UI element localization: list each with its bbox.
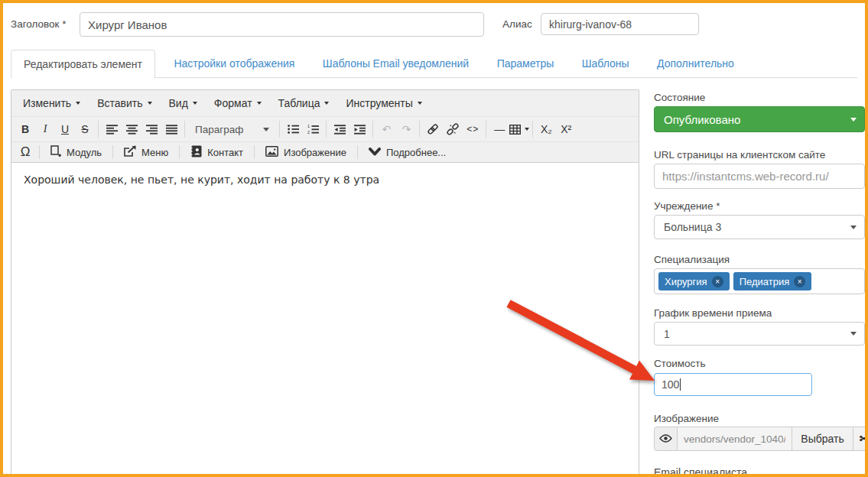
toolbar-separator <box>357 145 358 159</box>
source-code-icon[interactable]: <> <box>463 120 483 138</box>
undo-icon[interactable]: ↶ <box>376 120 396 138</box>
menu-insert[interactable]: Вставить <box>89 90 160 116</box>
toolbar-separator <box>486 121 486 138</box>
editor-toolbar-1: B I U S Параграф 12 ↶ ↷ <> — <box>11 117 639 142</box>
remove-link-icon[interactable] <box>443 120 463 138</box>
strikethrough-icon[interactable]: S <box>75 120 95 138</box>
insert-contact-button[interactable]: Контакт <box>184 144 250 161</box>
specialization-label: Специализация <box>654 254 730 265</box>
institution-label: Учреждение * <box>654 200 720 212</box>
chevron-down-icon <box>850 118 857 122</box>
read-more-chevron-icon <box>369 147 381 158</box>
clear-image-button[interactable]: ✂ <box>853 427 868 451</box>
tab-email-templates[interactable]: Шаблоны Email уведомлений <box>310 50 481 77</box>
editor-menubar: Изменить Вставить Вид Формат Таблица Инс… <box>11 90 639 117</box>
image-icon <box>265 146 278 159</box>
redo-icon[interactable]: ↷ <box>396 120 416 138</box>
toolbar-separator <box>254 145 255 159</box>
toolbar-separator <box>39 145 40 159</box>
tab-additional[interactable]: Дополнительно <box>645 50 746 77</box>
toolbar-separator <box>279 121 280 138</box>
menu-edit[interactable]: Изменить <box>15 90 89 116</box>
outdent-icon[interactable] <box>330 120 349 138</box>
menu-export-icon <box>124 145 136 159</box>
chevron-down-icon <box>257 102 262 105</box>
insert-link-icon[interactable] <box>423 120 443 138</box>
module-icon <box>50 145 61 160</box>
menu-view[interactable]: Вид <box>161 90 206 116</box>
toolbar-separator <box>98 121 99 138</box>
read-more-button[interactable]: Подробнее... <box>362 144 453 161</box>
image-field-group: Выбрать ✂ <box>654 427 868 451</box>
svg-text:2: 2 <box>307 130 310 135</box>
numbered-list-icon[interactable]: 12 <box>303 120 323 138</box>
chevron-down-icon <box>148 102 152 105</box>
item-fields-sidebar: Состояние Опубликовано URL страницы на к… <box>654 89 865 477</box>
institution-select[interactable]: Больница 3 <box>654 215 865 239</box>
special-character-icon[interactable]: Ω <box>15 143 35 161</box>
toolbar-separator <box>326 121 327 138</box>
chevron-down-icon <box>76 102 80 105</box>
tab-display-settings[interactable]: Настройки отображения <box>161 50 307 77</box>
schedule-select[interactable]: 1 <box>654 322 865 346</box>
choose-image-button[interactable]: Выбрать <box>792 427 853 451</box>
indent-icon[interactable] <box>349 120 369 138</box>
chevron-down-icon <box>525 128 529 131</box>
insert-menu-button[interactable]: Меню <box>117 144 175 161</box>
insert-image-button[interactable]: Изображение <box>258 144 353 161</box>
align-center-icon[interactable] <box>122 120 141 138</box>
tag-pediatriya: Педиатрия × <box>733 272 812 290</box>
editor-content-area[interactable]: Хороший человек, не пьет, не курит, ходи… <box>11 163 639 476</box>
bold-icon[interactable]: B <box>15 120 35 138</box>
scissors-icon: ✂ <box>860 432 868 446</box>
chevron-down-icon <box>324 102 329 105</box>
horizontal-rule-icon[interactable]: — <box>489 120 509 138</box>
site-url-input[interactable] <box>654 164 865 189</box>
menu-format[interactable]: Формат <box>206 90 270 116</box>
title-input[interactable] <box>80 12 484 37</box>
toolbar-separator <box>112 145 113 159</box>
url-label: URL страницы на клиентском сайте <box>654 149 825 161</box>
tab-edit-item[interactable]: Редактировать элемент <box>11 50 155 79</box>
subscript-icon[interactable]: X₂ <box>536 120 556 138</box>
menu-tools[interactable]: Инструменты <box>337 90 430 116</box>
remove-tag-icon[interactable]: × <box>712 276 723 287</box>
text-cursor <box>680 378 681 391</box>
editor-paragraph: Хороший человек, не пьет, не курит, ходи… <box>24 174 626 186</box>
wysiwyg-editor: Изменить Вставить Вид Формат Таблица Инс… <box>11 89 639 476</box>
align-justify-icon[interactable] <box>161 120 181 138</box>
price-label: Стоимость <box>654 358 706 369</box>
alias-input[interactable] <box>541 13 699 35</box>
state-select[interactable]: Опубликовано <box>654 106 865 132</box>
superscript-icon[interactable]: X² <box>556 120 576 138</box>
insert-module-button[interactable]: Модуль <box>44 144 109 161</box>
chevron-down-icon <box>418 102 422 105</box>
contact-icon <box>190 145 202 160</box>
chevron-down-icon <box>263 128 269 131</box>
image-path-input[interactable] <box>678 427 792 451</box>
menu-table[interactable]: Таблица <box>270 90 338 116</box>
tab-parameters[interactable]: Параметры <box>485 50 567 77</box>
preview-image-button[interactable] <box>654 427 678 451</box>
underline-icon[interactable]: U <box>55 120 75 138</box>
screenshot-frame: Заголовок * Алиас Редактировать элемент … <box>0 0 868 477</box>
tab-templates[interactable]: Шаблоны <box>570 50 642 77</box>
svg-text:1: 1 <box>307 125 310 128</box>
bullet-list-icon[interactable] <box>283 120 303 138</box>
paragraph-format-select[interactable]: Параграф <box>188 124 276 135</box>
price-input[interactable]: 100 <box>654 373 812 396</box>
title-label: Заголовок * <box>11 18 66 30</box>
eye-icon <box>659 432 672 446</box>
tag-khirurgiya: Хирургия × <box>658 272 730 290</box>
specialization-tags-field[interactable]: Хирургия × Педиатрия × <box>654 268 865 294</box>
italic-icon[interactable]: I <box>35 120 55 138</box>
chevron-down-icon <box>193 102 197 105</box>
toolbar-separator <box>532 121 533 138</box>
align-right-icon[interactable] <box>141 120 161 138</box>
tab-bar: Редактировать элемент Настройки отображе… <box>11 49 857 78</box>
alias-label: Алиас <box>502 18 532 30</box>
align-left-icon[interactable] <box>102 120 122 138</box>
remove-tag-icon[interactable]: × <box>794 276 805 287</box>
email-label: Email специалиста <box>654 466 747 477</box>
table-icon[interactable] <box>509 120 529 138</box>
